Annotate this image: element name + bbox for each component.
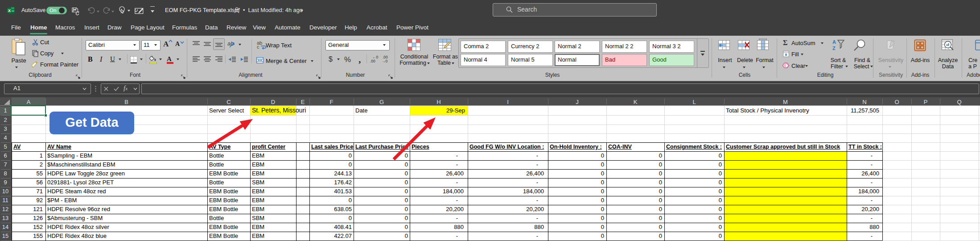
svg-text:A: A <box>832 39 836 45</box>
svg-text:.00: .00 <box>370 59 375 63</box>
svg-text:X: X <box>8 8 11 13</box>
svg-text:→0: →0 <box>382 59 388 63</box>
svg-text:Z: Z <box>832 46 836 51</box>
